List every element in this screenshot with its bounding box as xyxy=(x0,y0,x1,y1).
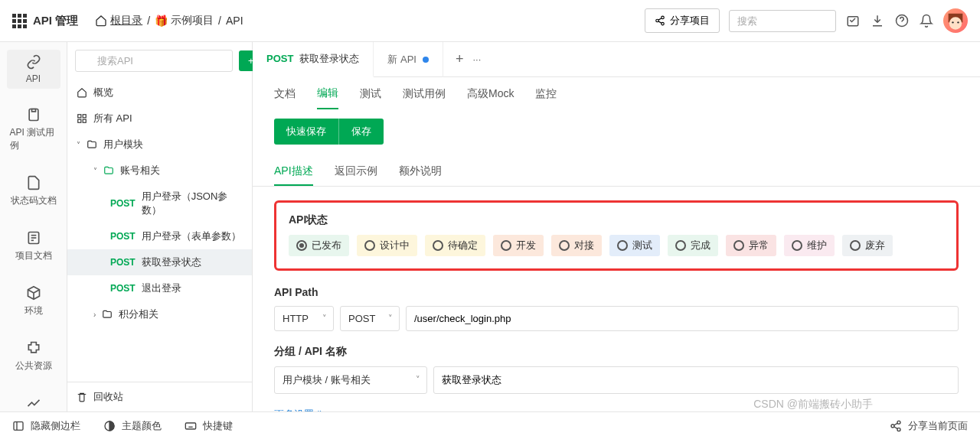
share-icon xyxy=(890,420,902,432)
svg-rect-21 xyxy=(83,119,86,122)
cube-icon xyxy=(26,285,41,301)
theme-button[interactable]: 主题颜色 xyxy=(103,419,162,433)
avatar[interactable] xyxy=(943,8,968,33)
hide-sidebar-button[interactable]: 隐藏侧边栏 xyxy=(12,419,80,433)
tree-overview[interactable]: 概览 xyxy=(67,80,252,106)
desc-tab-extra[interactable]: 额外说明 xyxy=(399,158,442,186)
status-opt[interactable]: 待确定 xyxy=(425,235,485,256)
svg-point-33 xyxy=(897,428,900,431)
status-opt[interactable]: 对接 xyxy=(551,235,602,256)
status-opt[interactable]: 测试 xyxy=(609,235,660,256)
subnav-mock[interactable]: 高级Mock xyxy=(467,80,514,109)
desc-tab-response[interactable]: 返回示例 xyxy=(335,158,377,186)
status-title: API状态 xyxy=(289,213,944,227)
subnav-cases[interactable]: 测试用例 xyxy=(403,80,446,109)
palette-icon xyxy=(103,420,116,432)
status-opt[interactable]: 完成 xyxy=(668,235,718,256)
share-project-button[interactable]: 分享项目 xyxy=(645,8,720,33)
subnav-monitor[interactable]: 监控 xyxy=(535,80,557,109)
rail-cases[interactable]: API 测试用例 xyxy=(7,102,60,157)
share-page-button[interactable]: 分享当前页面 xyxy=(890,419,968,433)
subnav-test[interactable]: 测试 xyxy=(360,80,381,109)
apps-grid-icon[interactable] xyxy=(12,14,27,28)
rail-public[interactable]: 公共资源 xyxy=(7,336,60,377)
breadcrumb: 根目录 / 🎁 示例项目 / API xyxy=(95,14,243,28)
breadcrumb-root[interactable]: 根目录 xyxy=(95,14,142,28)
svg-rect-18 xyxy=(78,115,81,118)
status-opt[interactable]: 异常 xyxy=(726,235,776,256)
bell-icon[interactable] xyxy=(919,13,934,28)
svg-point-0 xyxy=(662,16,665,19)
tree-user-module[interactable]: ˅用户模块 xyxy=(67,132,252,158)
save-button[interactable]: 保存 xyxy=(339,119,384,145)
desc-tabs: API描述 返回示例 额外说明 xyxy=(253,158,980,187)
folder-icon xyxy=(87,139,97,150)
status-opt[interactable]: 开发 xyxy=(493,235,544,256)
add-tab-button[interactable]: + xyxy=(456,51,464,67)
more-tabs-button[interactable]: ··· xyxy=(473,54,482,65)
topbar: API 管理 根目录 / 🎁 示例项目 / API 分享项目 xyxy=(0,0,980,42)
tree-api-item[interactable]: POST获取登录状态 xyxy=(67,249,252,275)
svg-point-2 xyxy=(662,22,665,25)
status-opt[interactable]: 设计中 xyxy=(357,235,417,256)
radio-icon xyxy=(792,240,802,251)
app-title: API 管理 xyxy=(33,14,78,28)
rail-env[interactable]: 环境 xyxy=(7,281,60,322)
tab-new-api[interactable]: 新 API xyxy=(374,42,443,77)
calendar-icon[interactable] xyxy=(845,13,861,28)
quick-save-button[interactable]: 快速保存 xyxy=(274,119,339,145)
radio-icon xyxy=(675,240,686,251)
svg-line-4 xyxy=(658,18,662,20)
chart-icon xyxy=(26,395,41,411)
path-title: API Path xyxy=(274,286,959,298)
svg-line-35 xyxy=(894,423,898,425)
group-select[interactable]: 用户模块 / 账号相关 xyxy=(274,366,427,394)
breadcrumb-project[interactable]: 🎁 示例项目 xyxy=(155,14,214,28)
svg-rect-22 xyxy=(14,421,23,430)
radio-icon xyxy=(617,240,628,251)
method-select[interactable]: POST xyxy=(340,306,400,331)
status-opt[interactable]: 已发布 xyxy=(289,235,349,256)
download-icon[interactable] xyxy=(870,13,885,28)
puzzle-icon xyxy=(26,340,41,356)
svg-rect-19 xyxy=(83,115,86,118)
shortcut-button[interactable]: 快捷键 xyxy=(185,419,233,433)
help-icon[interactable] xyxy=(894,13,910,28)
tree-all-api[interactable]: 所有 API xyxy=(67,106,252,132)
grid-icon xyxy=(77,113,87,124)
group-title: 分组 / API 名称 xyxy=(274,345,959,359)
rail-api[interactable]: API xyxy=(7,50,60,89)
path-input[interactable] xyxy=(406,306,959,331)
avatar-face-icon xyxy=(945,10,966,31)
svg-point-9 xyxy=(957,21,959,23)
svg-line-3 xyxy=(658,21,662,23)
protocol-select[interactable]: HTTP xyxy=(274,306,334,331)
chevron-right-icon: › xyxy=(93,311,96,319)
sidebar-search-input[interactable] xyxy=(75,50,233,72)
subnav-doc[interactable]: 文档 xyxy=(274,80,296,109)
home-icon xyxy=(77,87,87,98)
tree-points-group[interactable]: ›积分相关 xyxy=(67,301,252,327)
tab-active[interactable]: POST获取登录状态 xyxy=(253,42,374,77)
subnav: 文档 编辑 测试 测试用例 高级Mock 监控 xyxy=(253,77,980,111)
tree-api-item[interactable]: POST用户登录（JSON参数） xyxy=(67,184,252,223)
rail-projdoc[interactable]: 项目文档 xyxy=(7,226,60,267)
subnav-edit[interactable]: 编辑 xyxy=(317,79,338,109)
desc-tab-api[interactable]: API描述 xyxy=(274,158,313,186)
left-rail: API API 测试用例 状态码文档 项目文档 环境 公共资源 统计分析 协作成… xyxy=(0,42,67,411)
chevron-down-icon: ˅ xyxy=(93,167,97,175)
status-opt[interactable]: 维护 xyxy=(784,235,835,256)
global-search-input[interactable] xyxy=(729,10,836,32)
api-name-input[interactable] xyxy=(433,366,959,394)
rail-statusdoc[interactable]: 状态码文档 xyxy=(7,171,60,212)
status-opt[interactable]: 废弃 xyxy=(842,235,893,256)
radio-icon xyxy=(733,240,744,251)
sidebar-trash[interactable]: 回收站 xyxy=(67,382,252,411)
radio-icon xyxy=(364,240,375,251)
tree-api-item[interactable]: POST退出登录 xyxy=(67,275,252,301)
link-icon xyxy=(26,54,41,70)
sidebar: +API▾ 概览 所有 API ˅用户模块 ˅账号相关 POST用户登录（JSO… xyxy=(67,42,253,411)
radio-icon xyxy=(559,240,570,251)
tree-account-group[interactable]: ˅账号相关 xyxy=(67,158,252,184)
tree-api-item[interactable]: POST用户登录（表单参数） xyxy=(67,223,252,249)
